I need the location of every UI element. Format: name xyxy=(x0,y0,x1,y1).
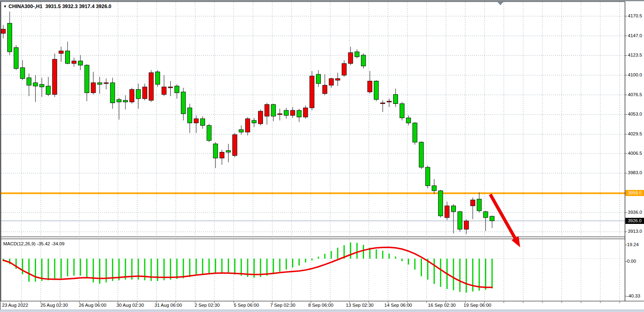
macd-axis-label: 19.24 xyxy=(627,242,639,247)
collapse-icon[interactable]: ▼ xyxy=(3,4,7,8)
candle xyxy=(451,206,456,212)
price-axis-label: 3936.0 xyxy=(628,210,642,215)
candle xyxy=(226,151,231,152)
price-axis-label: 3983.0 xyxy=(628,170,642,175)
macd-histogram-bar xyxy=(485,259,486,290)
candle xyxy=(284,110,288,115)
macd-histogram-bar xyxy=(215,259,216,273)
candle xyxy=(149,73,153,100)
macd-indicator-label: MACD(12,26,9) -35.42 -34.09 xyxy=(3,241,65,246)
macd-histogram-bar xyxy=(337,248,338,259)
time-axis-label: 31 Aug 06:00 xyxy=(155,303,182,308)
candle xyxy=(413,123,417,142)
macd-histogram-bar xyxy=(466,259,467,293)
candle xyxy=(490,216,494,221)
time-axis-label: 26 Aug 06:00 xyxy=(79,303,106,308)
candle xyxy=(117,99,121,102)
candle xyxy=(335,78,340,80)
macd-histogram-bar xyxy=(330,251,332,259)
ohlc-high: 3932.3 xyxy=(62,4,78,9)
candle xyxy=(1,29,6,33)
support-line[interactable] xyxy=(0,192,625,194)
macd-histogram-bar xyxy=(73,259,74,276)
macd-histogram-bar xyxy=(208,259,210,274)
candle xyxy=(155,72,160,84)
candle xyxy=(310,76,314,108)
candle xyxy=(213,144,218,158)
support-price-badge: 3959.0 xyxy=(625,190,644,196)
candle xyxy=(78,61,83,65)
macd-histogram-bar xyxy=(299,259,300,266)
trend-arrow-head[interactable] xyxy=(512,236,520,247)
time-axis-label: 2 Sep 02:30 xyxy=(195,303,220,308)
candle xyxy=(20,67,25,78)
macd-histogram-bar xyxy=(318,257,319,259)
macd-histogram-bar xyxy=(234,259,235,274)
time-axis-label: 5 Sep 06:00 xyxy=(234,303,259,308)
time-axis-label: 8 Sep 06:00 xyxy=(308,303,333,308)
candle xyxy=(200,119,205,126)
candle xyxy=(239,130,244,132)
macd-histogram-bar xyxy=(401,259,402,261)
chart-plot-svg[interactable] xyxy=(0,0,644,312)
macd-histogram-bar xyxy=(350,242,351,259)
time-axis-label: 7 Sep 02:30 xyxy=(270,303,295,308)
candle xyxy=(432,186,436,191)
macd-histogram-bar xyxy=(183,259,184,278)
macd-histogram-bar xyxy=(453,259,454,290)
candle xyxy=(426,167,430,186)
chart-shift-marker-icon[interactable] xyxy=(498,2,503,5)
candle xyxy=(381,103,385,103)
bid-price-badge: 3926.0 xyxy=(625,218,644,224)
candle xyxy=(303,108,308,117)
candle xyxy=(361,55,366,66)
candle xyxy=(136,89,140,99)
candle xyxy=(258,111,263,124)
macd-histogram-bar xyxy=(48,259,49,280)
time-axis-label: 23 Aug 2022 xyxy=(2,303,28,308)
ohlc-low: 3917.4 xyxy=(79,4,94,9)
time-axis-label: 13 Sep 02:30 xyxy=(346,303,373,308)
candle xyxy=(66,51,70,63)
macd-histogram-bar xyxy=(176,259,178,279)
macd-histogram-bar xyxy=(324,254,326,259)
candle xyxy=(175,86,179,93)
candle xyxy=(168,87,173,88)
candle xyxy=(7,23,12,52)
window-border-bottom xyxy=(0,310,644,312)
candle xyxy=(162,87,166,95)
candle xyxy=(207,125,211,140)
macd-histogram-bar xyxy=(196,259,197,276)
candle xyxy=(181,92,186,114)
candle xyxy=(14,48,18,69)
price-axis-label: 4053.0 xyxy=(628,112,642,116)
time-axis-label: 25 Aug 02:30 xyxy=(40,303,68,308)
candle xyxy=(123,100,128,102)
macd-histogram-bar xyxy=(189,259,191,277)
macd-histogram-bar xyxy=(389,254,390,259)
candle xyxy=(355,52,359,57)
macd-histogram-bar xyxy=(363,245,364,259)
candle xyxy=(130,89,134,102)
macd-histogram-bar xyxy=(67,259,68,276)
macd-histogram-bar xyxy=(459,259,460,292)
price-axis-label: 4123.5 xyxy=(628,53,642,57)
candle xyxy=(458,212,462,230)
macd-histogram-bar xyxy=(286,259,287,270)
candle xyxy=(91,83,95,93)
candle xyxy=(445,206,449,217)
macd-histogram-bar xyxy=(421,259,422,276)
macd-value: -35.42 xyxy=(37,241,50,246)
candle xyxy=(194,119,199,123)
macd-histogram-bar xyxy=(479,259,480,291)
candle xyxy=(419,142,424,167)
candle xyxy=(323,85,327,94)
macd-histogram-bar xyxy=(414,259,415,270)
candle xyxy=(342,63,346,75)
macd-histogram-bar xyxy=(86,259,87,278)
time-axis-label: 16 Sep 02:30 xyxy=(428,303,455,308)
candle xyxy=(271,105,275,116)
price-axis-label: 3913.0 xyxy=(628,229,642,234)
macd-histogram-bar xyxy=(292,259,293,268)
macd-histogram-bar xyxy=(434,259,435,284)
